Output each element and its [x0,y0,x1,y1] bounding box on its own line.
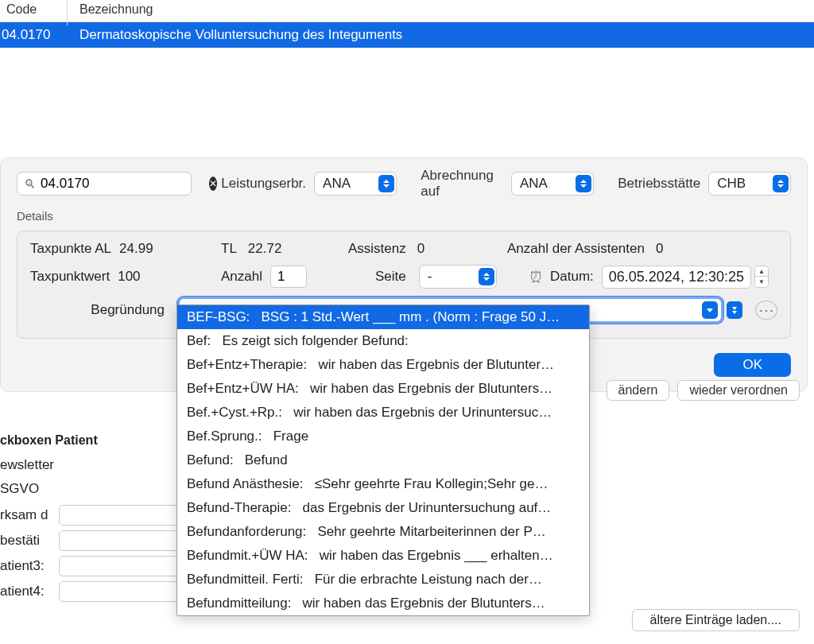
aendern-button[interactable]: ändern [607,380,670,401]
clear-search-button[interactable]: ✕ [209,177,217,191]
anzahl-input[interactable] [270,266,307,288]
chevron-updown-icon [479,268,494,285]
dropdown-item[interactable]: Bef.+Cyst.+Rp.: wir haben das Ergebnis d… [177,401,589,425]
dropdown-item[interactable]: Befundanforderung: Sehr geehrte Mitarbei… [177,520,589,544]
header-divider [67,0,68,25]
dropdown-item[interactable]: Befund: Befund [177,448,589,472]
anzahl-label: Anzahl [221,269,262,285]
dropdown-item[interactable]: Bef: Es zeigt sich folgender Befund: [177,329,589,353]
patient3-label: atient3: [0,558,59,574]
dropdown-item[interactable]: Bef.Sprung.: Frage [177,425,589,448]
bestaetigt-label: bestäti [0,533,59,549]
dropdown-item[interactable]: Bef+Entz+Therapie: wir haben das Ergebni… [177,353,589,377]
dropdown-item[interactable]: Bef+Entz+ÜW HA: wir haben das Ergebnis d… [177,377,589,401]
assistenz-label: Assistenz [348,241,406,257]
betriebsstaette-label: Betriebsstätte [618,176,700,192]
dropdown-item[interactable]: Befundmit.+ÜW HA: wir haben das Ergebnis… [177,544,589,568]
clock-icon[interactable]: ⏰︎ [529,269,544,285]
selected-service-row[interactable]: 04.0170 Dermatoskopische Volluntersuchun… [0,22,814,48]
datum-stepper[interactable]: ▲ ▼ [754,266,769,288]
selected-description: Dermatoskopische Volluntersuchung des In… [79,27,402,43]
dropdown-item[interactable]: Befundmitteilung: wir haben das Ergebnis… [177,592,589,615]
header-bezeichnung: Bezeichnung [79,2,153,17]
panel-top-row: 🔍︎ ✕ Leistungserbr. ANA Abrechnung auf A… [17,168,791,200]
search-input[interactable] [41,176,209,192]
header-code: Code [0,2,79,17]
load-older-button[interactable]: ältere Einträge laden.... [632,609,800,631]
chevron-updown-icon [576,175,591,192]
wirksam-label: rksam d [0,507,59,523]
assistenz-value: 0 [417,241,424,257]
search-field-wrap[interactable]: 🔍︎ ✕ [17,172,192,196]
dropdown-item[interactable]: Befund Anästhesie: ≤Sehr geehrte Frau Ko… [177,472,589,496]
stepper-down-icon[interactable]: ▼ [755,277,768,287]
tl-label: TL [221,241,237,257]
tl-value: 22.72 [248,241,282,257]
chevron-down-icon[interactable] [702,301,718,319]
search-icon: 🔍︎ [24,177,36,191]
patient4-label: atient4: [0,584,59,599]
leistungserbr-select[interactable]: ANA [314,172,397,196]
leistungserbr-label: Leistungserbr. [221,176,306,192]
details-group-label: Details [17,209,791,223]
chevron-updown-icon [773,175,789,192]
expand-icon[interactable] [727,301,742,319]
abrechnung-select[interactable]: ANA [511,172,594,196]
table-header: Code Bezeichnung [0,0,814,22]
taxpunktwert-label: Taxpunktwert [30,269,110,285]
taxpunktwert-value: 100 [118,269,140,285]
anzahl-assist-value: 0 [656,241,663,257]
dropdown-item[interactable]: Befund-Therapie: das Ergebnis der Urinun… [177,496,589,520]
anzahl-assist-label: Anzahl der Assistenten [507,241,645,257]
taxpunkte-al-value: 24.99 [119,241,153,257]
seite-label: Seite [375,269,406,285]
selected-code: 04.0170 [0,27,79,43]
dropdown-item[interactable]: BEF-BSG: BSG : 1 Std.-Wert ___ mm . (Nor… [177,305,589,329]
chevron-updown-icon [378,175,394,192]
wieder-verordnen-button[interactable]: wieder verordnen [677,380,800,401]
stepper-up-icon[interactable]: ▲ [755,266,768,277]
action-buttons: ändern wieder verordnen [607,380,800,401]
datum-label: Datum: [550,269,594,285]
betriebsstaette-select[interactable]: CHB [708,172,791,196]
abrechnung-label: Abrechnung auf [421,168,503,200]
more-options-button[interactable]: ⋯ [755,301,777,320]
ok-button[interactable]: OK [714,353,791,377]
datum-field[interactable]: 06.05.2024, 12:30:25 [602,266,751,289]
dropdown-item[interactable]: Befundmitteil. Ferti: Für die erbrachte … [177,568,589,592]
taxpunkte-al-label: Taxpunkte AL [30,241,111,257]
begruendung-dropdown: BEF-BSG: BSG : 1 Std.-Wert ___ mm . (Nor… [176,305,590,616]
begruendung-label: Begründung [30,302,177,318]
seite-select[interactable]: - [419,265,497,289]
